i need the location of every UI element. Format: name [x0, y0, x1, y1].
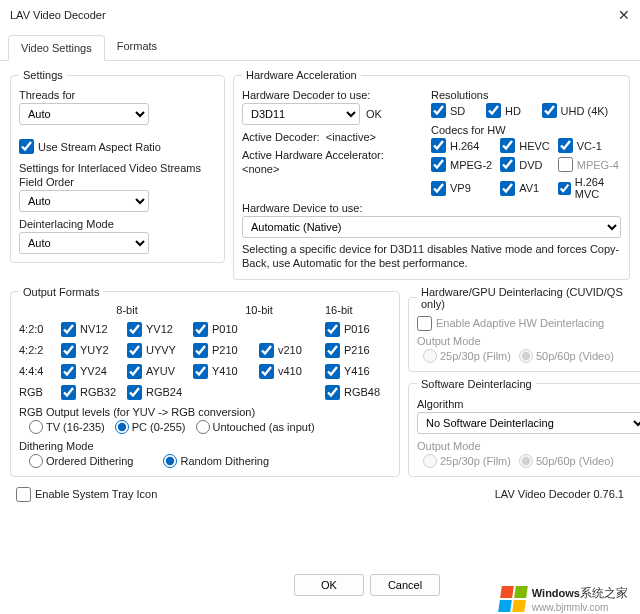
- windows-logo-icon: [498, 586, 528, 612]
- sw-output-mode-label: Output Mode: [417, 440, 640, 452]
- window-title: LAV Video Decoder: [10, 9, 106, 21]
- fmt-yv12[interactable]: YV12: [127, 322, 193, 337]
- row-rgb: RGB: [19, 386, 61, 398]
- field-order-label: Field Order: [19, 176, 216, 188]
- rgb-tv[interactable]: TV (16-235): [29, 420, 105, 434]
- row-444: 4:4:4: [19, 365, 61, 377]
- rgb-pc[interactable]: PC (0-255): [115, 420, 186, 434]
- codec-h264[interactable]: H.264: [431, 138, 492, 153]
- fmt-uyvy[interactable]: UYVY: [127, 343, 193, 358]
- settings-group: Settings Threads for Auto Use Stream Asp…: [10, 69, 225, 263]
- fmt-y410[interactable]: Y410: [193, 364, 259, 379]
- algo-select[interactable]: No Software Deinterlacing: [417, 412, 640, 434]
- enable-adaptive-hw[interactable]: Enable Adaptive HW Deinterlacing: [417, 316, 604, 331]
- row-420: 4:2:0: [19, 323, 61, 335]
- hw-accel-group: Hardware Acceleration Hardware Decoder t…: [233, 69, 630, 280]
- rgb-levels-label: RGB Output levels (for YUV -> RGB conver…: [19, 406, 391, 418]
- res-hd[interactable]: HD: [486, 103, 534, 118]
- fmt-yuy2[interactable]: YUY2: [61, 343, 127, 358]
- fmt-p016[interactable]: P016: [325, 322, 391, 337]
- res-sd[interactable]: SD: [431, 103, 478, 118]
- codec-hevc[interactable]: HEVC: [500, 138, 550, 153]
- hw-deint-group: Hardware/GPU Deinterlacing (CUVID/QS onl…: [408, 286, 640, 372]
- hw-device-label: Hardware Device to use:: [242, 202, 621, 214]
- fmt-rgb48[interactable]: RGB48: [325, 385, 391, 400]
- use-stream-ar-checkbox[interactable]: Use Stream Aspect Ratio: [19, 139, 161, 154]
- deint-mode-label: Deinterlacing Mode: [19, 218, 216, 230]
- active-accel-label: Active Hardware Accelerator:: [242, 149, 421, 161]
- fmt-v210[interactable]: v210: [259, 343, 325, 358]
- hw-deint-legend: Hardware/GPU Deinterlacing (CUVID/QS onl…: [417, 286, 640, 310]
- dither-ordered[interactable]: Ordered Dithering: [29, 454, 133, 468]
- res-uhd[interactable]: UHD (4K): [542, 103, 621, 118]
- codec-dvd[interactable]: DVD: [500, 157, 550, 172]
- tray-icon-checkbox[interactable]: Enable System Tray Icon: [16, 487, 157, 502]
- watermark: Windows系统之家 www.bjmmlv.com: [500, 585, 628, 613]
- of-legend: Output Formats: [19, 286, 103, 298]
- rgb-untouched[interactable]: Untouched (as input): [196, 420, 315, 434]
- dither-label: Dithering Mode: [19, 440, 391, 452]
- active-decoder-label: Active Decoder:: [242, 131, 320, 143]
- deint-mode-select[interactable]: Auto: [19, 232, 149, 254]
- codecs-label: Codecs for HW: [431, 124, 621, 136]
- codec-mpeg4[interactable]: MPEG-4: [558, 157, 621, 172]
- fmt-p010[interactable]: P010: [193, 322, 259, 337]
- field-order-select[interactable]: Auto: [19, 190, 149, 212]
- codec-av1[interactable]: AV1: [500, 176, 550, 200]
- tab-video-settings[interactable]: Video Settings: [8, 35, 105, 61]
- threads-select[interactable]: Auto: [19, 103, 149, 125]
- output-formats-group: Output Formats 8-bit 10-bit 16-bit 4:2:0…: [10, 286, 400, 477]
- hw-25p: 25p/30p (Film): [423, 349, 511, 363]
- hw-device-select[interactable]: Automatic (Native): [242, 216, 621, 238]
- sw-deint-legend: Software Deinterlacing: [417, 378, 536, 390]
- sw-25p: 25p/30p (Film): [423, 454, 511, 468]
- codec-vc1[interactable]: VC-1: [558, 138, 621, 153]
- fmt-yv24[interactable]: YV24: [61, 364, 127, 379]
- tab-formats[interactable]: Formats: [105, 34, 169, 60]
- sw-deint-group: Software Deinterlacing Algorithm No Soft…: [408, 378, 640, 477]
- cancel-button[interactable]: Cancel: [370, 574, 440, 596]
- hw-decoder-select[interactable]: D3D11: [242, 103, 360, 125]
- codec-vp9[interactable]: VP9: [431, 176, 492, 200]
- hdr-8bit: 8-bit: [61, 304, 193, 316]
- row-422: 4:2:2: [19, 344, 61, 356]
- hw-decoder-label: Hardware Decoder to use:: [242, 89, 421, 101]
- algo-label: Algorithm: [417, 398, 640, 410]
- fmt-v410[interactable]: v410: [259, 364, 325, 379]
- active-accel-value: <none>: [242, 163, 421, 175]
- active-decoder-value: <inactive>: [326, 131, 376, 143]
- ok-button[interactable]: OK: [294, 574, 364, 596]
- close-icon[interactable]: ✕: [618, 7, 630, 23]
- hdr-16bit: 16-bit: [325, 304, 391, 316]
- fmt-p210[interactable]: P210: [193, 343, 259, 358]
- fmt-ayuv[interactable]: AYUV: [127, 364, 193, 379]
- hw-ok: OK: [366, 108, 382, 120]
- dither-random[interactable]: Random Dithering: [163, 454, 269, 468]
- fmt-y416[interactable]: Y416: [325, 364, 391, 379]
- codec-h264mvc[interactable]: H.264 MVC: [558, 176, 621, 200]
- codec-mpeg2[interactable]: MPEG-2: [431, 157, 492, 172]
- fmt-p216[interactable]: P216: [325, 343, 391, 358]
- settings-legend: Settings: [19, 69, 67, 81]
- sw-50p: 50p/60p (Video): [519, 454, 614, 468]
- resolutions-label: Resolutions: [431, 89, 621, 101]
- tab-bar: Video Settings Formats: [0, 34, 640, 61]
- interlaced-label: Settings for Interlaced Video Streams: [19, 162, 216, 174]
- fmt-nv12[interactable]: NV12: [61, 322, 127, 337]
- hw-legend: Hardware Acceleration: [242, 69, 361, 81]
- hdr-10bit: 10-bit: [193, 304, 325, 316]
- fmt-rgb32[interactable]: RGB32: [61, 385, 127, 400]
- threads-label: Threads for: [19, 89, 216, 101]
- version-label: LAV Video Decoder 0.76.1: [495, 488, 624, 500]
- fmt-rgb24[interactable]: RGB24: [127, 385, 193, 400]
- hw-output-mode-label: Output Mode: [417, 335, 640, 347]
- hw-50p: 50p/60p (Video): [519, 349, 614, 363]
- hw-note: Selecting a specific device for D3D11 di…: [242, 242, 621, 271]
